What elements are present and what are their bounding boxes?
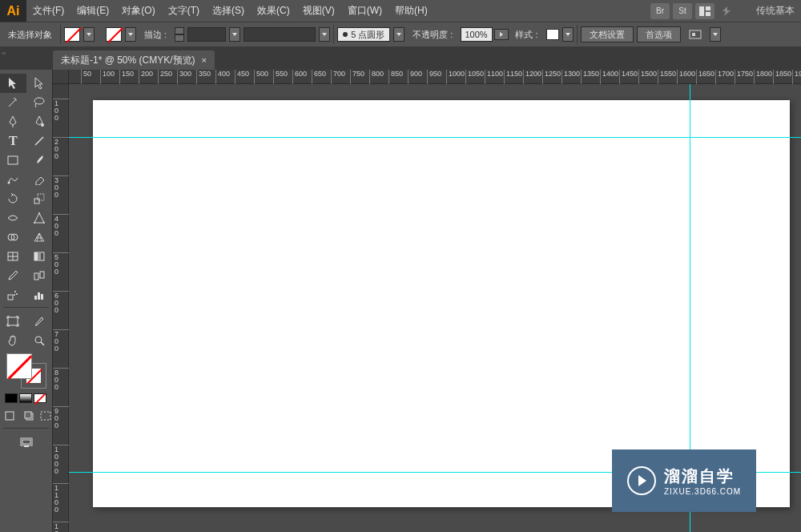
menu-select[interactable]: 选择(S) [206, 0, 251, 22]
brush-definition[interactable]: 5 点圆形 [337, 27, 390, 42]
stroke-weight-input[interactable] [187, 27, 226, 42]
watermark-subtitle: ZIXUE.3D66.COM [664, 487, 741, 496]
var-width-profile[interactable] [244, 27, 316, 42]
draw-mode-inside[interactable] [39, 406, 52, 425]
slice-tool[interactable] [26, 312, 53, 331]
mesh-tool[interactable] [0, 247, 26, 266]
workspace-switcher[interactable]: 传统基本 [740, 4, 795, 18]
svg-point-14 [34, 222, 35, 224]
arrange-docs-icon[interactable] [695, 3, 714, 19]
gpu-icon[interactable] [718, 3, 737, 19]
blend-tool[interactable] [26, 266, 53, 285]
menu-object[interactable]: 对象(O) [115, 0, 161, 22]
color-mode-none[interactable] [34, 393, 46, 403]
align-dropdown[interactable] [710, 27, 721, 42]
eyedropper-tool[interactable] [0, 266, 26, 285]
free-transform-tool[interactable] [26, 208, 53, 228]
ruler-tick: 1250 [542, 70, 561, 84]
width-tool[interactable] [0, 208, 26, 228]
draw-mode-behind[interactable] [19, 406, 38, 425]
tab-close-icon[interactable]: × [202, 55, 207, 65]
ruler-tick: 300 [177, 70, 191, 84]
column-graph-tool[interactable] [26, 285, 53, 304]
menu-file[interactable]: 文件(F) [26, 0, 70, 22]
vertical-ruler[interactable]: 1 0 02 0 03 0 04 0 05 0 06 0 07 0 08 0 0… [53, 84, 69, 532]
menu-edit[interactable]: 编辑(E) [70, 0, 115, 22]
svg-rect-40 [22, 440, 30, 444]
stroke-dropdown[interactable] [125, 27, 136, 42]
perspective-grid-tool[interactable] [26, 228, 53, 247]
fill-stroke-control[interactable] [6, 353, 46, 389]
svg-rect-30 [38, 292, 40, 300]
ruler-tick: 450 [235, 70, 249, 84]
svg-rect-23 [34, 273, 38, 280]
ruler-origin[interactable] [53, 70, 69, 84]
document-tab-strip: 未标题-1* @ 50% (CMYK/预览) × [0, 47, 801, 70]
selection-tool[interactable] [0, 74, 26, 93]
scale-tool[interactable] [26, 189, 53, 208]
menu-effect[interactable]: 效果(C) [251, 0, 296, 22]
ruler-tick: 1650 [696, 70, 714, 84]
graphic-style-dropdown[interactable] [562, 27, 574, 42]
rotate-tool[interactable] [0, 189, 26, 208]
canvas-area[interactable]: 5010015020025030035040045050055060065070… [53, 70, 801, 532]
ruler-tick: 950 [427, 70, 441, 84]
svg-rect-25 [8, 295, 13, 300]
var-width-dropdown[interactable] [319, 27, 330, 42]
fill-dropdown[interactable] [83, 27, 95, 42]
stroke-swatch[interactable] [106, 27, 122, 42]
gradient-tool[interactable] [26, 247, 53, 266]
document-tab[interactable]: 未标题-1* @ 50% (CMYK/预览) × [53, 50, 215, 70]
stock-button[interactable]: St [673, 3, 692, 19]
stroke-weight-dropdown[interactable] [229, 27, 240, 42]
align-to-icon[interactable] [684, 26, 706, 42]
panel-collapse-icon[interactable]: ‹‹ [2, 50, 10, 57]
direct-selection-tool[interactable] [26, 74, 53, 93]
color-mode-solid[interactable] [5, 393, 18, 403]
opacity-dropdown[interactable] [494, 29, 509, 40]
shaper-tool[interactable] [0, 170, 26, 189]
ruler-tick: 900 [408, 70, 422, 84]
opacity-input[interactable] [461, 27, 493, 42]
ruler-tick: 1 2 0 0 [53, 522, 69, 532]
fill-swatch[interactable] [64, 27, 80, 42]
guide-horizontal[interactable] [69, 137, 801, 138]
preferences-button[interactable]: 首选项 [637, 26, 681, 42]
hand-tool[interactable] [0, 331, 26, 350]
draw-mode-normal[interactable] [0, 406, 19, 425]
type-tool[interactable]: T [0, 131, 26, 151]
pen-tool[interactable] [0, 112, 26, 131]
shape-builder-tool[interactable] [0, 228, 26, 247]
artboard[interactable] [93, 100, 790, 507]
ruler-tick: 1000 [446, 70, 465, 84]
magic-wand-tool[interactable] [0, 93, 26, 112]
color-mode-gradient[interactable] [19, 393, 32, 403]
screen-mode-tool[interactable] [0, 433, 52, 452]
ruler-tick: 5 0 0 [53, 252, 69, 276]
eraser-tool[interactable] [26, 170, 53, 189]
document-setup-button[interactable]: 文档设置 [581, 26, 634, 42]
ruler-tick: 1550 [658, 70, 676, 84]
zoom-tool[interactable] [26, 331, 53, 350]
brush-dropdown[interactable] [393, 27, 405, 42]
menu-view[interactable]: 视图(V) [296, 0, 341, 22]
bridge-button[interactable]: Br [650, 3, 670, 19]
rectangle-tool[interactable] [0, 151, 26, 170]
ruler-tick: 850 [388, 70, 403, 84]
menu-help[interactable]: 帮助(H) [388, 0, 434, 22]
lasso-tool[interactable] [26, 93, 53, 112]
brush-name: 5 点圆形 [351, 29, 384, 41]
artboard-tool[interactable] [0, 312, 26, 331]
fill-box[interactable] [6, 353, 32, 379]
menu-window[interactable]: 窗口(W) [341, 0, 388, 22]
paintbrush-tool[interactable] [26, 151, 53, 170]
curvature-tool[interactable] [26, 112, 53, 131]
stroke-weight-spinner[interactable] [175, 27, 184, 42]
svg-rect-29 [34, 296, 37, 300]
horizontal-ruler[interactable]: 5010015020025030035040045050055060065070… [69, 70, 801, 84]
line-segment-tool[interactable] [26, 131, 53, 151]
svg-rect-4 [692, 33, 695, 36]
symbol-sprayer-tool[interactable] [0, 285, 26, 304]
graphic-style-swatch[interactable] [546, 29, 559, 40]
menu-text[interactable]: 文字(T) [162, 0, 206, 22]
